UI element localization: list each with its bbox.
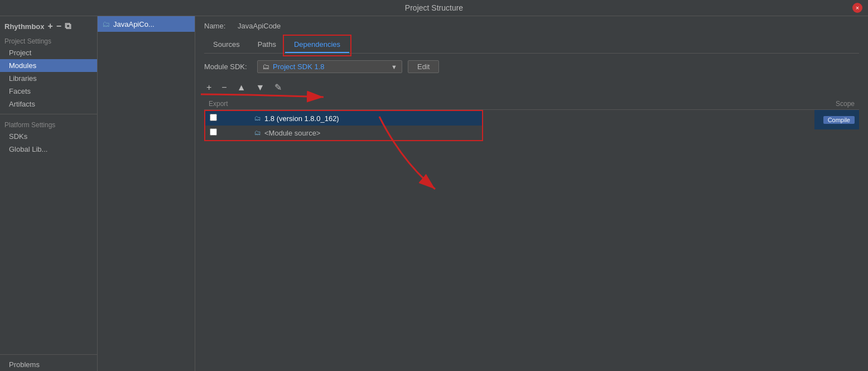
dependencies-table-header: Export Scope (204, 98, 859, 110)
project-structure-dialog: Project Structure × Rhythmbox + − ⧉ Proj… (0, 0, 868, 371)
sidebar-item-problems[interactable]: Problems (0, 358, 97, 371)
title-bar: Project Structure × (0, 0, 868, 16)
minus-icon[interactable]: − (56, 22, 61, 31)
module-folder-icon: 🗂 (102, 20, 110, 28)
export-checkbox-module-source[interactable] (210, 128, 254, 137)
dep-name-module-source: 🗂 <Module source> (254, 129, 478, 137)
dependencies-toolbar: + − ▲ ▼ ✎ (204, 81, 859, 94)
module-item-javaapicode[interactable]: 🗂 JavaApiCo... (98, 16, 195, 32)
add-dependency-button[interactable]: + (204, 81, 214, 94)
sidebar-item-sdks[interactable]: SDKs (0, 130, 97, 143)
sidebar-divider (0, 114, 97, 114)
sdk-folder-icon: 🗂 (262, 62, 269, 71)
name-field-label: Name: (204, 22, 232, 30)
close-button[interactable]: × (852, 3, 862, 13)
tabs-row: Sources Paths Dependencies (204, 37, 859, 54)
col-name-label (253, 100, 810, 108)
dependencies-list-container: 🗂 1.8 (version 1.8.0_162) 🗂 <Module sour… (204, 110, 859, 141)
sdk-value: Project SDK 1.8 (273, 62, 325, 71)
sidebar-header: Rhythmbox + − ⧉ (0, 18, 97, 34)
tab-sources[interactable]: Sources (204, 37, 249, 53)
sidebar-divider-2 (0, 354, 97, 355)
module-source-folder-icon: 🗂 (254, 129, 261, 137)
sdk-dropdown[interactable]: 🗂 Project SDK 1.8 ▼ (257, 60, 402, 73)
sdk-field-label: Module SDK: (204, 62, 252, 71)
tab-paths[interactable]: Paths (249, 37, 285, 53)
copy-icon[interactable]: ⧉ (65, 22, 71, 31)
tab-dependencies[interactable]: Dependencies (285, 37, 349, 53)
remove-dependency-button[interactable]: − (219, 81, 229, 94)
main-content: Rhythmbox + − ⧉ Project Settings Project… (0, 16, 868, 371)
sidebar-item-facets[interactable]: Facets (0, 85, 97, 98)
module-name-label: JavaApiCo... (113, 20, 155, 28)
move-down-button[interactable]: ▼ (254, 81, 267, 94)
jdk-folder-icon: 🗂 (254, 114, 261, 122)
sidebar-item-project[interactable]: Project (0, 46, 97, 59)
dependency-row-module-source[interactable]: 🗂 <Module source> (205, 126, 482, 140)
edit-dependency-button[interactable]: ✎ (272, 81, 284, 94)
project-settings-label: Project Settings (0, 34, 97, 46)
col-scope-label: Scope (810, 100, 855, 108)
sidebar-item-global-libs[interactable]: Global Lib... (0, 143, 97, 156)
export-check-module-source[interactable] (210, 128, 217, 136)
platform-settings-label: Platform Settings (0, 118, 97, 130)
sidebar-item-modules[interactable]: Modules (0, 59, 97, 72)
export-checkbox-jdk[interactable] (210, 114, 254, 123)
export-check-jdk[interactable] (210, 114, 217, 121)
module-list: 🗂 JavaApiCo... (98, 16, 195, 371)
app-name-label: Rhythmbox (4, 22, 45, 31)
dep-name-jdk: 🗂 1.8 (version 1.8.0_162) (254, 114, 478, 123)
sidebar: Rhythmbox + − ⧉ Project Settings Project… (0, 16, 98, 371)
dependencies-highlight-box-2: 🗂 1.8 (version 1.8.0_162) 🗂 <Module sour… (204, 110, 483, 141)
dialog-title: Project Structure (405, 3, 463, 12)
sidebar-item-artifacts[interactable]: Artifacts (0, 98, 97, 110)
edit-sdk-button[interactable]: Edit (408, 60, 439, 73)
add-icon[interactable]: + (48, 22, 53, 31)
sidebar-item-libraries[interactable]: Libraries (0, 72, 97, 85)
dependency-row-jdk[interactable]: 🗂 1.8 (version 1.8.0_162) (205, 111, 482, 126)
right-panel: Name: JavaApiCode Sources Paths Dependen… (195, 16, 868, 371)
sdk-row: Module SDK: 🗂 Project SDK 1.8 ▼ Edit (204, 60, 859, 73)
scope-badge-jdk: Compile (823, 116, 855, 124)
sdk-dropdown-arrow: ▼ (391, 64, 397, 70)
name-field-value: JavaApiCode (238, 22, 281, 30)
scope-cell-jdk: Compile (814, 110, 859, 129)
move-up-button[interactable]: ▲ (235, 81, 248, 94)
col-export-label: Export (209, 100, 253, 108)
name-row: Name: JavaApiCode (204, 22, 859, 30)
